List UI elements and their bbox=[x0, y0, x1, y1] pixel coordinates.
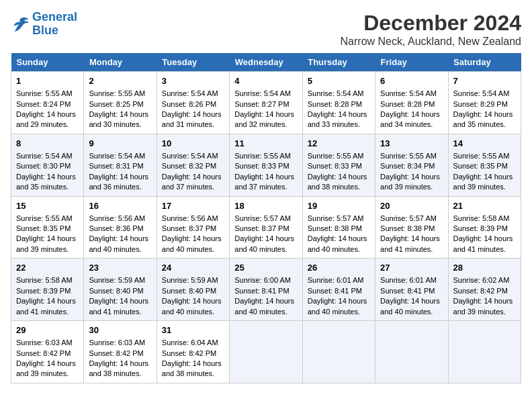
sunset-text: Sunset: 8:35 PM bbox=[16, 224, 71, 232]
calendar-cell: 19Sunrise: 5:57 AMSunset: 8:38 PMDayligh… bbox=[302, 196, 375, 259]
day-number: 12 bbox=[308, 138, 370, 150]
header: General Blue December 2024 Narrow Neck, … bbox=[11, 11, 521, 48]
daylight-text: Daylight: 14 hours and 40 minutes. bbox=[162, 297, 222, 315]
daylight-text: Daylight: 14 hours and 33 minutes. bbox=[308, 110, 367, 128]
day-number: 24 bbox=[162, 262, 224, 274]
sunrise-text: Sunrise: 6:01 AM bbox=[308, 276, 364, 284]
sunrise-text: Sunrise: 5:56 AM bbox=[162, 214, 218, 222]
daylight-text: Daylight: 14 hours and 38 minutes. bbox=[89, 359, 148, 377]
daylight-text: Daylight: 14 hours and 37 minutes. bbox=[162, 173, 222, 191]
day-number: 31 bbox=[162, 324, 224, 336]
calendar-cell: 12Sunrise: 5:55 AMSunset: 8:33 PMDayligh… bbox=[302, 134, 375, 196]
sunset-text: Sunset: 8:42 PM bbox=[162, 349, 216, 357]
calendar-cell: 25Sunrise: 6:00 AMSunset: 8:41 PMDayligh… bbox=[230, 259, 302, 321]
sunset-text: Sunset: 8:34 PM bbox=[380, 162, 435, 170]
page-subtitle: Narrow Neck, Auckland, New Zealand bbox=[341, 36, 521, 48]
daylight-text: Daylight: 14 hours and 37 minutes. bbox=[234, 173, 294, 191]
sunrise-text: Sunrise: 6:00 AM bbox=[234, 276, 291, 284]
day-number: 1 bbox=[16, 75, 79, 87]
sunset-text: Sunset: 8:32 PM bbox=[162, 162, 216, 170]
sunrise-text: Sunrise: 5:58 AM bbox=[16, 276, 73, 284]
sunset-text: Sunset: 8:40 PM bbox=[162, 287, 216, 295]
daylight-text: Daylight: 14 hours and 41 minutes. bbox=[16, 297, 76, 315]
day-number: 14 bbox=[453, 138, 516, 150]
sunset-text: Sunset: 8:37 PM bbox=[234, 224, 289, 232]
calendar-cell: 22Sunrise: 5:58 AMSunset: 8:39 PMDayligh… bbox=[11, 259, 84, 321]
day-number: 17 bbox=[162, 200, 224, 212]
calendar-cell: 16Sunrise: 5:56 AMSunset: 8:36 PMDayligh… bbox=[84, 196, 157, 259]
sunrise-text: Sunrise: 6:02 AM bbox=[453, 276, 510, 284]
sunrise-text: Sunrise: 5:54 AM bbox=[162, 152, 218, 160]
calendar-cell bbox=[375, 321, 448, 383]
sunrise-text: Sunrise: 5:55 AM bbox=[16, 89, 73, 97]
calendar-cell: 24Sunrise: 5:59 AMSunset: 8:40 PMDayligh… bbox=[157, 259, 229, 321]
day-number: 26 bbox=[308, 262, 370, 274]
sunrise-text: Sunrise: 5:58 AM bbox=[453, 214, 510, 222]
calendar-cell: 26Sunrise: 6:01 AMSunset: 8:41 PMDayligh… bbox=[302, 259, 375, 321]
sunset-text: Sunset: 8:38 PM bbox=[308, 224, 362, 232]
calendar-cell: 29Sunrise: 6:03 AMSunset: 8:42 PMDayligh… bbox=[11, 321, 84, 383]
calendar-cell: 5Sunrise: 5:54 AMSunset: 8:28 PMDaylight… bbox=[302, 72, 375, 134]
sunset-text: Sunset: 8:31 PM bbox=[89, 162, 143, 170]
calendar-cell: 13Sunrise: 5:55 AMSunset: 8:34 PMDayligh… bbox=[375, 134, 448, 196]
sunset-text: Sunset: 8:37 PM bbox=[162, 224, 216, 232]
calendar-cell: 11Sunrise: 5:55 AMSunset: 8:33 PMDayligh… bbox=[230, 134, 302, 196]
daylight-text: Daylight: 14 hours and 41 minutes. bbox=[380, 234, 440, 253]
calendar-cell: 15Sunrise: 5:55 AMSunset: 8:35 PMDayligh… bbox=[11, 196, 84, 259]
sunrise-text: Sunrise: 5:54 AM bbox=[16, 152, 73, 160]
day-number: 20 bbox=[380, 200, 443, 212]
day-number: 6 bbox=[380, 75, 443, 87]
day-number: 21 bbox=[453, 200, 516, 212]
calendar-cell: 27Sunrise: 6:01 AMSunset: 8:41 PMDayligh… bbox=[375, 259, 448, 321]
calendar-cell: 21Sunrise: 5:58 AMSunset: 8:39 PMDayligh… bbox=[448, 196, 521, 259]
daylight-text: Daylight: 14 hours and 35 minutes. bbox=[16, 173, 76, 191]
daylight-text: Daylight: 14 hours and 40 minutes. bbox=[308, 234, 367, 253]
day-number: 18 bbox=[234, 200, 297, 212]
day-number: 13 bbox=[380, 138, 443, 150]
calendar-cell: 23Sunrise: 5:59 AMSunset: 8:40 PMDayligh… bbox=[84, 259, 157, 321]
sunrise-text: Sunrise: 6:01 AM bbox=[380, 276, 437, 284]
day-number: 19 bbox=[308, 200, 370, 212]
calendar-week-row: 22Sunrise: 5:58 AMSunset: 8:39 PMDayligh… bbox=[11, 259, 521, 321]
col-monday: Monday bbox=[84, 53, 157, 72]
sunset-text: Sunset: 8:41 PM bbox=[234, 287, 289, 295]
calendar-cell: 18Sunrise: 5:57 AMSunset: 8:37 PMDayligh… bbox=[230, 196, 302, 259]
calendar-week-row: 29Sunrise: 6:03 AMSunset: 8:42 PMDayligh… bbox=[11, 321, 521, 383]
logo-icon bbox=[11, 15, 30, 34]
col-thursday: Thursday bbox=[302, 53, 375, 72]
calendar-week-row: 1Sunrise: 5:55 AMSunset: 8:24 PMDaylight… bbox=[11, 72, 521, 134]
daylight-text: Daylight: 14 hours and 29 minutes. bbox=[16, 110, 76, 128]
daylight-text: Daylight: 14 hours and 38 minutes. bbox=[308, 173, 367, 191]
day-number: 15 bbox=[16, 200, 79, 212]
sunrise-text: Sunrise: 5:54 AM bbox=[89, 152, 145, 160]
sunset-text: Sunset: 8:42 PM bbox=[453, 287, 508, 295]
sunrise-text: Sunrise: 5:55 AM bbox=[89, 89, 145, 97]
sunrise-text: Sunrise: 5:57 AM bbox=[380, 214, 437, 222]
sunset-text: Sunset: 8:26 PM bbox=[162, 100, 216, 108]
sunset-text: Sunset: 8:38 PM bbox=[380, 224, 435, 232]
daylight-text: Daylight: 14 hours and 39 minutes. bbox=[453, 173, 513, 191]
col-wednesday: Wednesday bbox=[230, 53, 302, 72]
logo-text: General Blue bbox=[32, 11, 77, 38]
sunset-text: Sunset: 8:27 PM bbox=[234, 100, 289, 108]
calendar-cell: 4Sunrise: 5:54 AMSunset: 8:27 PMDaylight… bbox=[230, 72, 302, 134]
daylight-text: Daylight: 14 hours and 32 minutes. bbox=[234, 110, 294, 128]
calendar-week-row: 15Sunrise: 5:55 AMSunset: 8:35 PMDayligh… bbox=[11, 196, 521, 259]
sunset-text: Sunset: 8:35 PM bbox=[453, 162, 508, 170]
sunrise-text: Sunrise: 5:55 AM bbox=[453, 152, 510, 160]
day-number: 16 bbox=[89, 200, 151, 212]
calendar-cell: 1Sunrise: 5:55 AMSunset: 8:24 PMDaylight… bbox=[11, 72, 84, 134]
sunset-text: Sunset: 8:36 PM bbox=[89, 224, 143, 232]
sunrise-text: Sunrise: 5:54 AM bbox=[380, 89, 437, 97]
day-number: 29 bbox=[16, 324, 79, 336]
day-number: 23 bbox=[89, 262, 151, 274]
col-tuesday: Tuesday bbox=[157, 53, 229, 72]
day-header-row: Sunday Monday Tuesday Wednesday Thursday… bbox=[11, 53, 521, 72]
logo: General Blue bbox=[11, 11, 77, 38]
sunset-text: Sunset: 8:42 PM bbox=[89, 349, 143, 357]
day-number: 8 bbox=[16, 138, 79, 150]
daylight-text: Daylight: 14 hours and 41 minutes. bbox=[89, 297, 148, 315]
sunset-text: Sunset: 8:40 PM bbox=[89, 287, 143, 295]
page-title: December 2024 bbox=[341, 11, 521, 36]
calendar-cell: 9Sunrise: 5:54 AMSunset: 8:31 PMDaylight… bbox=[84, 134, 157, 196]
